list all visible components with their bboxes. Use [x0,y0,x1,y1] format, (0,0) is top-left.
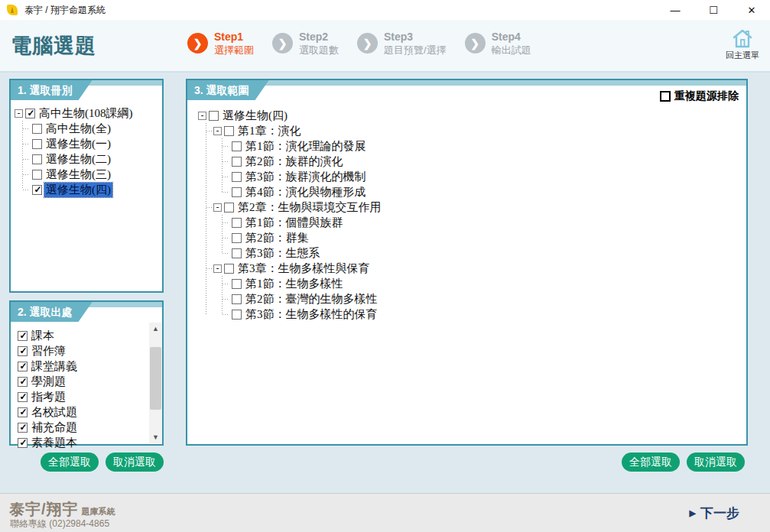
section-checkbox[interactable] [232,279,242,289]
source-select-all-button[interactable]: 全部選取 [41,453,99,472]
tree-item-label[interactable]: 第1節：演化理論的發展 [244,139,368,154]
tree-row: -第2章：生物與環境交互作用 [198,200,743,215]
list-item: 學測題 [15,374,161,389]
source-checkbox[interactable] [18,407,28,417]
step-name: Step1 [214,31,254,44]
expander-icon[interactable]: - [15,109,23,118]
source-deselect-all-button[interactable]: 取消選取 [106,453,164,472]
next-step-button[interactable]: ▶ 下一步 [690,504,739,522]
source-checkbox[interactable] [18,423,28,433]
section-checkbox[interactable] [232,310,242,320]
tree-item-label[interactable]: 第2章：生物與環境交互作用 [236,200,383,215]
source-checkbox[interactable] [18,392,28,402]
next-label: 下一步 [700,504,739,522]
section-checkbox[interactable] [232,233,242,243]
tree-item-label[interactable]: 第2節：臺灣的生物多樣性 [244,292,379,307]
section-checkbox[interactable] [232,141,242,151]
tree-item-label[interactable]: 第3章：生物多樣性與保育 [236,261,372,276]
step-arrow-icon: ❯ [272,33,293,54]
tree-item-label[interactable]: 第3節：族群演化的機制 [244,170,368,184]
volume-checkbox[interactable] [32,170,42,180]
chapter-checkbox[interactable] [224,264,234,274]
expander-icon[interactable]: - [213,264,222,273]
section-checkbox[interactable] [232,157,242,167]
step-step1[interactable]: ❯Step1選擇範圍 [187,31,254,57]
range-root-checkbox[interactable] [209,111,219,121]
source-checkbox[interactable] [18,438,28,448]
tree-item-label[interactable]: 第3節：生物多樣性的保育 [244,307,379,322]
tree-item-label[interactable]: 第1節：個體與族群 [244,216,345,230]
expander-icon[interactable]: - [198,112,206,120]
step-step3[interactable]: ❯Step3題目預覽/選擇 [357,31,447,57]
tree-item-label[interactable]: 第4節：演化與物種形成 [244,185,368,200]
panel3-title: 3. 選取範圍 [187,80,269,100]
volume-checkbox[interactable] [32,154,42,164]
list-item: 素養題本 [15,435,161,450]
panel2-header: 2. 選取出處 [11,302,162,322]
volume-checkbox[interactable] [32,185,42,195]
chapter-checkbox[interactable] [224,126,234,136]
source-list-scrollbar[interactable]: ▲ ▼ [149,323,162,443]
list-item: 課堂講義 [15,358,161,374]
tree-connector [223,177,229,177]
section-checkbox[interactable] [232,187,242,197]
dedupe-checkbox[interactable] [660,91,671,102]
tree-item-label[interactable]: 高中生物(全) [44,122,112,136]
source-checkbox[interactable] [18,377,28,387]
tree-item-label[interactable]: 選修生物(二) [44,152,112,167]
tree-item-label[interactable]: 第3節：生態系 [244,246,322,261]
scroll-up-icon[interactable]: ▲ [149,323,162,335]
source-label[interactable]: 學測題 [30,375,67,389]
scrollbar-thumb[interactable] [150,347,161,410]
home-button[interactable]: 回主選單 [723,28,762,61]
volume-checkbox[interactable] [32,139,42,149]
volume-root-checkbox[interactable] [25,109,35,118]
section-checkbox[interactable] [232,248,242,258]
chapter-checkbox[interactable] [224,203,234,212]
step-name: Step4 [492,31,531,44]
step-label: 題目預覽/選擇 [384,44,447,57]
panel2-title: 2. 選取出處 [11,302,93,322]
tree-item-label[interactable]: 選修生物(四) [44,183,112,197]
source-label[interactable]: 課本 [30,329,56,343]
section-checkbox[interactable] [232,294,242,304]
section-checkbox[interactable] [232,218,242,228]
maximize-button[interactable]: ☐ [707,5,720,16]
expander-icon[interactable]: - [213,127,222,135]
tree-connector [206,131,213,131]
list-item: 名校試題 [15,404,161,420]
tree-item-label[interactable]: 第2節：族群的演化 [244,154,345,169]
source-label[interactable]: 補充命題 [30,420,79,435]
step-step4[interactable]: ❯Step4輸出試題 [465,31,531,57]
source-label[interactable]: 課堂講義 [30,359,79,374]
scroll-down-icon[interactable]: ▼ [149,431,162,443]
tree-item-label[interactable]: 高中生物(108課綱) [37,106,135,121]
close-button[interactable]: ✕ [746,5,758,16]
range-select-all-button[interactable]: 全部選取 [622,453,680,472]
source-label[interactable]: 素養題本 [30,436,79,450]
tree-item-label[interactable]: 第2節：群集 [244,231,310,245]
tree-connector [223,238,229,238]
range-deselect-all-button[interactable]: 取消選取 [687,453,745,472]
tree-item-label[interactable]: 選修生物(一) [44,137,112,151]
volume-checkbox[interactable] [32,124,42,134]
expander-icon[interactable]: - [213,203,222,212]
step-step2[interactable]: ❯Step2選取題數 [272,31,339,57]
minimize-button[interactable]: — [669,5,681,16]
source-label[interactable]: 名校試題 [30,405,79,420]
source-label[interactable]: 指考題 [30,390,67,404]
source-checkbox[interactable] [18,331,28,341]
tree-item-label[interactable]: 第1章：演化 [236,124,303,138]
tree-item-label[interactable]: 選修生物(四) [221,109,289,123]
source-checkbox[interactable] [18,362,28,371]
tree-connector [23,190,30,190]
dedupe-option[interactable]: 重複題源排除 [660,89,739,103]
list-item: 習作簿 [15,343,161,358]
source-label[interactable]: 習作簿 [30,344,67,358]
tree-item-label[interactable]: 第1節：生物多樣性 [244,277,345,291]
source-checkbox[interactable] [18,346,28,356]
tree-row: 第1節：生物多樣性 [214,276,743,291]
tree-item-label[interactable]: 選修生物(三) [44,167,112,182]
list-item: 補充命題 [15,420,161,435]
section-checkbox[interactable] [232,172,242,182]
